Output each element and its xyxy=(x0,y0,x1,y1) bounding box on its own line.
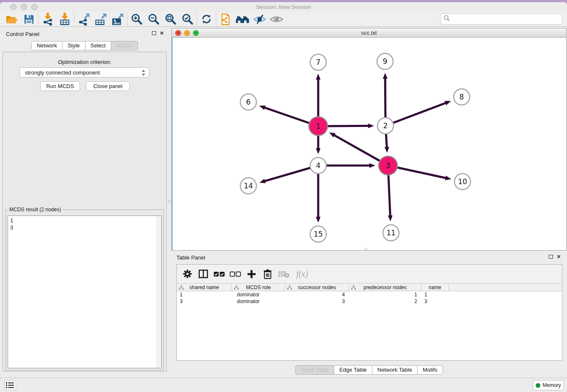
cell-predecessor_nodes[interactable]: 2 xyxy=(349,298,421,305)
network-file-icon[interactable] xyxy=(217,12,234,26)
table-row[interactable]: 1dominator411 xyxy=(177,291,562,298)
node-label-11: 11 xyxy=(386,229,396,237)
optimization-criterion-label: Optimization criterion: xyxy=(3,59,166,65)
scrollbar-track[interactable] xyxy=(157,216,161,368)
optimization-criterion-select[interactable]: strongly connected component xyxy=(19,67,149,77)
column-header-name[interactable]: name xyxy=(421,284,449,291)
splitter-grip-vertical[interactable] xyxy=(168,197,171,205)
column-label: predecessor nodes xyxy=(363,284,407,290)
search-box[interactable] xyxy=(440,14,563,25)
tab-mcds[interactable]: MCDS xyxy=(111,41,138,50)
zoom-fit-icon[interactable] xyxy=(162,12,179,26)
tab-select[interactable]: Select xyxy=(85,41,111,50)
column-header-mcds_role[interactable]: MCDS role xyxy=(232,284,285,291)
tab-network-table[interactable]: Network Table xyxy=(372,365,418,375)
node-label-8: 8 xyxy=(460,93,464,101)
table-row[interactable]: 3dominator323 xyxy=(177,298,562,305)
float-panel-icon[interactable] xyxy=(549,255,553,259)
search-input[interactable] xyxy=(452,15,562,23)
edge-arrowhead xyxy=(259,179,266,183)
mcds-result-box: MCDS result (2 nodes) 13 xyxy=(6,210,164,370)
refresh-layout-icon[interactable] xyxy=(198,12,215,26)
close-panel-button[interactable]: Close panel xyxy=(86,81,130,91)
search-icon xyxy=(443,15,450,23)
column-label: shared name xyxy=(189,284,219,290)
node-label-6: 6 xyxy=(246,98,251,106)
node-label-4: 4 xyxy=(316,161,321,170)
node-label-2: 2 xyxy=(383,121,388,130)
mcds-result-area[interactable]: 13 xyxy=(8,215,162,368)
tab-motifs[interactable]: Motifs xyxy=(418,365,443,375)
split-panel-icon[interactable] xyxy=(197,268,209,280)
open-session-icon[interactable] xyxy=(3,12,20,26)
cell-predecessor_nodes[interactable]: 1 xyxy=(349,291,421,298)
select-all-icon[interactable] xyxy=(213,268,226,280)
tab-style[interactable]: Style xyxy=(63,41,85,50)
node-label-9: 9 xyxy=(383,57,388,66)
home-icon[interactable] xyxy=(234,12,251,26)
table-panel-controls: × xyxy=(549,254,561,259)
cell-successor_nodes[interactable]: 3 xyxy=(285,298,349,305)
deselect-all-icon[interactable] xyxy=(229,268,242,280)
control-panel-controls: × xyxy=(152,31,164,35)
edge-arrowhead xyxy=(445,101,451,105)
node-label-14: 14 xyxy=(244,182,253,190)
edge-arrowhead xyxy=(369,163,375,168)
import-network-icon[interactable] xyxy=(39,12,56,26)
export-table-icon[interactable] xyxy=(92,12,109,26)
edge-2-8[interactable] xyxy=(385,103,446,126)
import-table-icon[interactable] xyxy=(56,12,73,26)
close-panel-icon[interactable]: × xyxy=(557,254,561,259)
hide-panel-eye-icon[interactable] xyxy=(251,12,268,26)
column-header-predecessor_nodes[interactable]: predecessor nodes xyxy=(349,284,421,291)
memory-button[interactable]: Memory xyxy=(533,380,564,390)
edge-arrowhead xyxy=(316,74,321,80)
toolbar-separator xyxy=(197,13,197,25)
tab-network[interactable]: Network xyxy=(31,41,63,50)
memory-label: Memory xyxy=(542,382,561,388)
mcds-result-lines: 13 xyxy=(8,216,161,232)
node-label-10: 10 xyxy=(458,177,467,186)
create-column-plus-icon[interactable] xyxy=(245,268,258,280)
table-body[interactable]: 1dominator4113dominator323 xyxy=(177,291,562,360)
show-panel-eye-icon[interactable] xyxy=(268,12,285,26)
cell-mcds_role[interactable]: dominator xyxy=(232,298,285,305)
cell-name[interactable]: 1 xyxy=(421,291,449,298)
table-settings-gear-icon[interactable] xyxy=(181,268,193,280)
zoom-out-icon[interactable] xyxy=(145,12,162,26)
flow-hierarchy-icon xyxy=(287,285,292,291)
network-canvas[interactable]: 7968124314101511 xyxy=(172,38,566,250)
zoom-in-icon[interactable] xyxy=(128,12,145,26)
close-panel-icon[interactable]: × xyxy=(160,31,164,35)
export-network-icon[interactable] xyxy=(75,12,92,26)
splitter-grip-horizontal[interactable] xyxy=(362,248,369,251)
network-graph[interactable]: 7968124314101511 xyxy=(173,38,567,251)
save-session-icon[interactable] xyxy=(20,12,37,26)
cell-successor_nodes[interactable]: 4 xyxy=(285,291,349,298)
tab-edge-table[interactable]: Edge Table xyxy=(334,365,372,375)
cell-shared_name[interactable]: 3 xyxy=(177,298,232,305)
zoom-selected-icon[interactable] xyxy=(179,12,196,26)
column-header-shared_name[interactable]: shared name xyxy=(177,284,232,291)
memory-status-dot xyxy=(536,383,540,388)
cell-shared_name[interactable]: 1 xyxy=(177,291,232,298)
toolbar-separator xyxy=(127,13,127,25)
toolbar-separator xyxy=(38,13,39,25)
tab-node-table[interactable]: Node Table xyxy=(295,365,334,375)
network-window-titlebar[interactable]: × − + scc.txt xyxy=(172,28,566,38)
delete-column-trash-icon[interactable] xyxy=(261,268,274,280)
mcds-result-line: 1 xyxy=(10,217,159,224)
cell-name[interactable]: 3 xyxy=(421,298,449,305)
column-header-successor_nodes[interactable]: successor nodes xyxy=(285,284,349,291)
edge-arrowhead xyxy=(316,148,321,154)
cell-mcds_role[interactable]: dominator xyxy=(232,291,285,298)
float-panel-icon[interactable] xyxy=(152,31,156,35)
task-history-button[interactable] xyxy=(4,380,16,390)
flow-hierarchy-icon xyxy=(351,285,356,291)
network-window-title: scc.txt xyxy=(172,30,566,36)
function-builder-icon-disabled: f(x) xyxy=(294,268,311,280)
edge-arrowhead xyxy=(259,105,266,110)
column-label: successor nodes xyxy=(298,284,336,290)
export-image-icon[interactable] xyxy=(109,12,126,26)
run-mcds-button[interactable]: Run MCDS xyxy=(40,81,80,91)
